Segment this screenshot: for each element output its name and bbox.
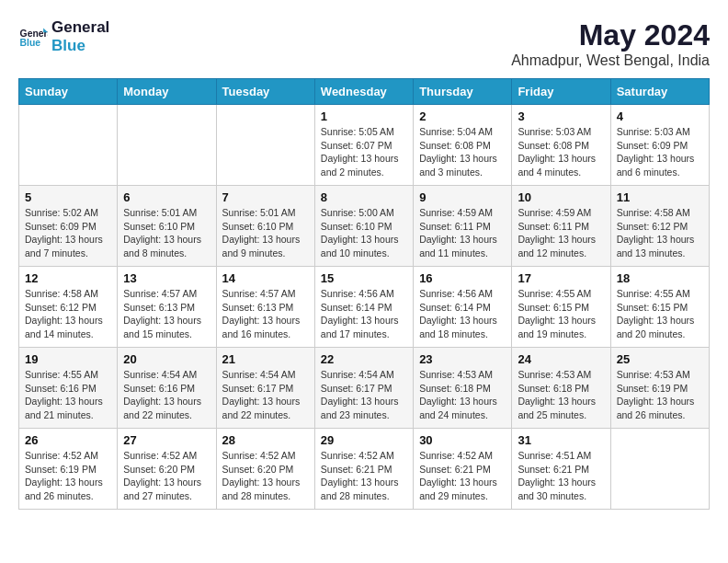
calendar-cell: 3Sunrise: 5:03 AMSunset: 6:08 PMDaylight… xyxy=(512,105,610,186)
day-detail: Sunset: 6:13 PM xyxy=(123,301,210,315)
day-detail: Sunrise: 4:54 AM xyxy=(321,368,407,382)
logo-line2: Blue xyxy=(51,37,109,55)
day-detail: Sunrise: 4:53 AM xyxy=(518,368,604,382)
day-number: 2 xyxy=(419,109,506,123)
day-detail: Sunset: 6:17 PM xyxy=(222,382,309,396)
day-number: 23 xyxy=(419,352,506,366)
day-number: 22 xyxy=(321,352,407,366)
calendar-cell: 15Sunrise: 4:56 AMSunset: 6:14 PMDayligh… xyxy=(314,267,413,348)
day-detail: Sunset: 6:16 PM xyxy=(25,382,111,396)
day-detail: Daylight: 13 hours xyxy=(518,314,604,327)
day-detail: and 2 minutes. xyxy=(321,166,407,179)
day-detail: Daylight: 13 hours xyxy=(222,233,309,247)
day-detail: Sunset: 6:08 PM xyxy=(518,139,604,153)
day-detail: Sunrise: 4:56 AM xyxy=(419,287,506,301)
calendar-week-row: 5Sunrise: 5:02 AMSunset: 6:09 PMDaylight… xyxy=(19,186,710,267)
calendar-cell: 7Sunrise: 5:01 AMSunset: 6:10 PMDaylight… xyxy=(216,186,314,267)
day-detail: and 6 minutes. xyxy=(617,166,703,179)
day-number: 27 xyxy=(123,433,210,447)
day-detail: Sunrise: 4:52 AM xyxy=(321,449,407,463)
day-number: 19 xyxy=(25,352,111,366)
day-detail: Daylight: 13 hours xyxy=(419,152,506,166)
calendar-cell: 22Sunrise: 4:54 AMSunset: 6:17 PMDayligh… xyxy=(314,348,413,429)
day-detail: and 10 minutes. xyxy=(321,247,407,260)
calendar-cell: 9Sunrise: 4:59 AMSunset: 6:11 PMDaylight… xyxy=(414,186,512,267)
day-detail: Sunset: 6:21 PM xyxy=(321,463,407,477)
day-number: 4 xyxy=(617,109,703,123)
day-detail: Sunset: 6:08 PM xyxy=(419,139,506,153)
day-number: 16 xyxy=(419,271,506,285)
calendar-week-row: 1Sunrise: 5:05 AMSunset: 6:07 PMDaylight… xyxy=(19,105,710,186)
calendar-cell: 4Sunrise: 5:03 AMSunset: 6:09 PMDaylight… xyxy=(610,105,709,186)
day-detail: and 13 minutes. xyxy=(617,247,703,260)
calendar-cell: 23Sunrise: 4:53 AMSunset: 6:18 PMDayligh… xyxy=(414,348,512,429)
day-number: 29 xyxy=(321,433,407,447)
day-number: 24 xyxy=(518,352,604,366)
day-detail: Sunset: 6:17 PM xyxy=(321,382,407,396)
day-detail: and 22 minutes. xyxy=(222,408,309,422)
calendar-cell: 26Sunrise: 4:52 AMSunset: 6:19 PMDayligh… xyxy=(19,429,118,510)
day-detail: Sunrise: 5:00 AM xyxy=(321,206,407,220)
day-detail: Sunset: 6:21 PM xyxy=(419,463,506,477)
day-detail: Sunrise: 5:03 AM xyxy=(518,125,604,139)
day-number: 15 xyxy=(321,271,407,285)
day-detail: Sunset: 6:09 PM xyxy=(617,139,703,153)
calendar-cell: 8Sunrise: 5:00 AMSunset: 6:10 PMDaylight… xyxy=(314,186,413,267)
day-number: 14 xyxy=(222,271,309,285)
day-detail: Daylight: 13 hours xyxy=(321,233,407,247)
day-detail: Sunset: 6:10 PM xyxy=(222,220,309,234)
day-detail: Daylight: 13 hours xyxy=(123,233,210,247)
day-detail: Sunset: 6:14 PM xyxy=(321,301,407,315)
day-detail: Sunset: 6:16 PM xyxy=(123,382,210,396)
day-number: 20 xyxy=(123,352,210,366)
weekday-header: Monday xyxy=(118,79,216,105)
day-detail: Sunset: 6:12 PM xyxy=(25,301,111,315)
calendar-cell: 13Sunrise: 4:57 AMSunset: 6:13 PMDayligh… xyxy=(118,267,216,348)
day-number: 26 xyxy=(25,433,111,447)
day-detail: and 28 minutes. xyxy=(222,489,309,503)
weekday-header: Thursday xyxy=(414,79,512,105)
day-detail: and 12 minutes. xyxy=(518,247,604,260)
day-detail: Sunrise: 4:52 AM xyxy=(222,449,309,463)
day-detail: and 22 minutes. xyxy=(123,408,210,422)
day-detail: Daylight: 13 hours xyxy=(123,314,210,327)
calendar-cell: 10Sunrise: 4:59 AMSunset: 6:11 PMDayligh… xyxy=(512,186,610,267)
day-detail: Daylight: 13 hours xyxy=(321,476,407,489)
day-detail: Daylight: 13 hours xyxy=(25,233,111,247)
day-detail: and 26 minutes. xyxy=(25,489,111,503)
calendar-cell: 16Sunrise: 4:56 AMSunset: 6:14 PMDayligh… xyxy=(414,267,512,348)
calendar-cell: 5Sunrise: 5:02 AMSunset: 6:09 PMDaylight… xyxy=(19,186,118,267)
day-detail: Daylight: 13 hours xyxy=(321,395,407,408)
day-detail: and 3 minutes. xyxy=(419,166,506,179)
day-detail: Sunset: 6:10 PM xyxy=(123,220,210,234)
day-detail: Sunset: 6:19 PM xyxy=(617,382,703,396)
day-detail: Sunrise: 4:53 AM xyxy=(419,368,506,382)
calendar-cell: 14Sunrise: 4:57 AMSunset: 6:13 PMDayligh… xyxy=(216,267,314,348)
weekday-header: Tuesday xyxy=(216,79,314,105)
calendar-cell: 2Sunrise: 5:04 AMSunset: 6:08 PMDaylight… xyxy=(414,105,512,186)
day-number: 5 xyxy=(25,190,111,204)
day-detail: Sunrise: 4:57 AM xyxy=(222,287,309,301)
day-detail: Daylight: 13 hours xyxy=(617,395,703,408)
day-detail: Daylight: 13 hours xyxy=(222,476,309,489)
weekday-header: Friday xyxy=(512,79,610,105)
day-detail: Sunset: 6:10 PM xyxy=(321,220,407,234)
calendar-cell: 29Sunrise: 4:52 AMSunset: 6:21 PMDayligh… xyxy=(314,429,413,510)
calendar-cell: 11Sunrise: 4:58 AMSunset: 6:12 PMDayligh… xyxy=(610,186,709,267)
calendar-week-row: 19Sunrise: 4:55 AMSunset: 6:16 PMDayligh… xyxy=(19,348,710,429)
calendar-cell: 27Sunrise: 4:52 AMSunset: 6:20 PMDayligh… xyxy=(118,429,216,510)
day-detail: Daylight: 13 hours xyxy=(25,476,111,489)
day-detail: Daylight: 13 hours xyxy=(617,152,703,166)
day-detail: and 15 minutes. xyxy=(123,327,210,341)
day-detail: Daylight: 13 hours xyxy=(518,152,604,166)
calendar-cell xyxy=(118,105,216,186)
day-detail: and 14 minutes. xyxy=(25,327,111,341)
day-detail: Sunrise: 4:53 AM xyxy=(617,368,703,382)
day-detail: Sunrise: 4:55 AM xyxy=(25,368,111,382)
calendar-cell: 17Sunrise: 4:55 AMSunset: 6:15 PMDayligh… xyxy=(512,267,610,348)
day-detail: Sunrise: 4:52 AM xyxy=(123,449,210,463)
calendar-week-row: 26Sunrise: 4:52 AMSunset: 6:19 PMDayligh… xyxy=(19,429,710,510)
calendar-cell: 21Sunrise: 4:54 AMSunset: 6:17 PMDayligh… xyxy=(216,348,314,429)
day-detail: Daylight: 13 hours xyxy=(419,233,506,247)
calendar-cell xyxy=(610,429,709,510)
